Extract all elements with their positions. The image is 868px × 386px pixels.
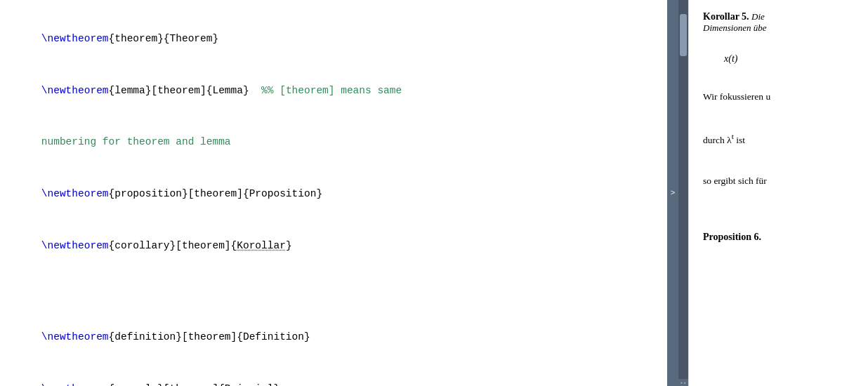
spacer-right-1 [703, 34, 854, 49]
comment-2: numbering for theorem and lemma [41, 136, 231, 147]
korollar-heading-line: Korollar 5. Die [703, 11, 854, 22]
spacer-right-4 [703, 153, 854, 168]
code-args-5a: {corollary}[theorem]{ [109, 240, 237, 251]
keyword-newtheorem-5: \newtheorem [41, 331, 109, 342]
keyword-newtheorem-6: \newtheorem [41, 383, 109, 386]
keyword-newtheorem-3: \newtheorem [41, 188, 109, 199]
code-underline-beispiel: Beispiel [225, 383, 274, 386]
code-line-6: \newtheorem{definition}[theorem]{Definit… [17, 312, 650, 364]
code-line-3: numbering for theorem and lemma [17, 117, 650, 168]
so-ergibt-text: so ergibt sich für [703, 175, 854, 187]
keyword-newtheorem-1: \newtheorem [41, 33, 109, 44]
keyword-newtheorem-4: \newtheorem [41, 240, 109, 251]
code-line-7: \newtheorem{example}[theorem]{Beispiel} [17, 364, 650, 386]
scroll-bottom-indicator: ▪▪ [678, 379, 688, 386]
code-args-2: {lemma}[theorem]{Lemma} [109, 85, 249, 96]
code-panel: \newtheorem{theorem}{Theorem} \newtheore… [0, 0, 667, 386]
code-line-4: \newtheorem{proposition}[theorem]{Propos… [17, 168, 650, 220]
proposition-heading: Proposition 6. [703, 232, 854, 243]
math-expr: x(t) [724, 53, 854, 65]
spacer-2 [17, 292, 650, 312]
code-line-2: \newtheorem{lemma}[theorem]{Lemma} %% [t… [17, 65, 650, 117]
code-args-1: {theorem}{Theorem} [109, 33, 219, 44]
code-args-7a: {example}[theorem]{ [109, 383, 225, 386]
code-args-7b: } [273, 383, 280, 386]
spacer-right-3 [703, 109, 854, 125]
spacer-right-6 [703, 209, 854, 225]
chevron-right-icon: > [671, 189, 676, 197]
scroll-thumb[interactable] [680, 14, 687, 56]
code-args-4: {proposition}[theorem]{Proposition} [109, 188, 323, 199]
korollar-heading-italic: Die [751, 11, 765, 22]
durch-lambda-text: durch λt ist [703, 132, 854, 146]
spacer-1 [17, 272, 650, 292]
code-underline-korollar: Korollar [237, 240, 286, 251]
scroll-track[interactable] [678, 0, 688, 379]
code-args-6: {definition}[theorem]{Definition} [109, 331, 310, 342]
korollar-heading: Korollar 5. [703, 11, 749, 22]
panel-divider-button[interactable]: > [667, 0, 678, 386]
spacer-right-5 [703, 194, 854, 209]
code-line-1: \newtheorem{theorem}{Theorem} [17, 13, 650, 65]
code-line-5: \newtheorem{corollary}[theorem]{Korollar… [17, 220, 650, 272]
comment-1: %% [theorem] means same [249, 85, 402, 96]
dimensionen-text: Dimensionen übe [703, 22, 854, 34]
code-args-5b: } [286, 240, 292, 251]
scrollbar[interactable]: ▪▪ [678, 0, 688, 386]
right-panel: Korollar 5. Die Dimensionen übe x(t) Wir… [688, 0, 868, 386]
wir-fokussieren-text: Wir fokussieren u [703, 91, 854, 102]
spacer-right-2 [703, 69, 854, 84]
keyword-newtheorem-2: \newtheorem [41, 85, 109, 96]
right-content: Korollar 5. Die Dimensionen übe x(t) Wir… [703, 11, 854, 243]
